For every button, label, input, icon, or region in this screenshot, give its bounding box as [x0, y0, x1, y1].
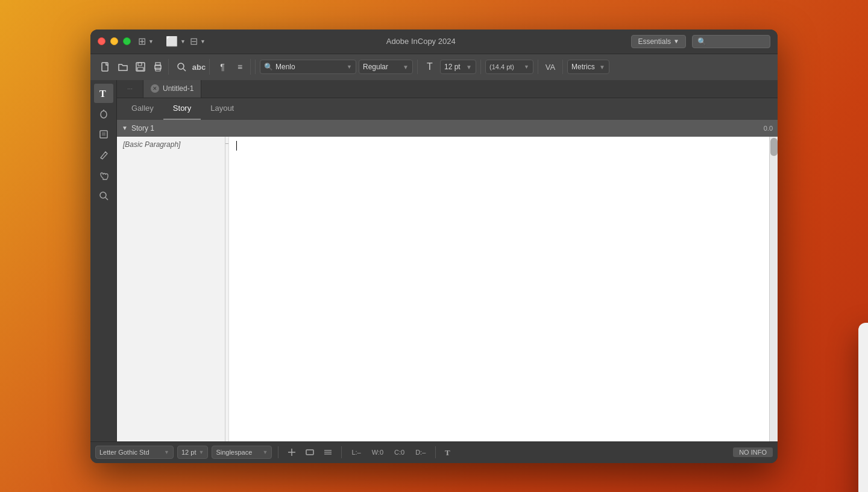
essentials-label: Essentials: [638, 37, 671, 46]
titlebar-right: Essentials ▼ 🔍: [631, 35, 770, 48]
zoom-tool[interactable]: [94, 186, 113, 205]
tab-galley[interactable]: Galley: [122, 98, 163, 120]
editor-area: ··· ✕ Untitled-1 Galley Story Layout: [117, 80, 778, 441]
status-size-value: 12 pt: [181, 449, 196, 456]
tab-story-label: Story: [173, 104, 191, 113]
svg-line-17: [105, 198, 108, 200]
svg-text:T: T: [445, 448, 450, 457]
hand-tool[interactable]: [94, 166, 113, 185]
svg-line-8: [183, 69, 186, 71]
notes-tool[interactable]: [94, 125, 113, 144]
toolbar-group-search: abc: [171, 59, 210, 75]
status-pos-d: D:–: [412, 449, 429, 456]
close-button[interactable]: [98, 37, 105, 45]
window-title: Adobe InCopy 2024: [210, 37, 631, 46]
toolbar-sep-1: [255, 60, 256, 74]
status-pos-w: W:0: [368, 449, 387, 456]
font-search-field[interactable]: 🔍 Menlo ▼: [260, 60, 356, 74]
print-button[interactable]: [150, 59, 166, 75]
search-box[interactable]: 🔍: [692, 35, 770, 48]
tab-layout[interactable]: Layout: [201, 98, 244, 120]
font-size-icon: T: [422, 59, 438, 75]
svg-point-10: [101, 111, 107, 118]
toolbar-sep-3: [480, 60, 481, 74]
open-button[interactable]: [115, 59, 131, 75]
doc-tab-close[interactable]: ✕: [151, 84, 159, 93]
status-view-icon[interactable]: [303, 446, 317, 459]
maximize-button[interactable]: [123, 37, 131, 45]
layout-arrow: ▼: [180, 39, 186, 45]
status-icon-a[interactable]: [285, 446, 299, 459]
font-style-value: Regular: [363, 63, 388, 71]
text-tool[interactable]: T: [94, 84, 113, 103]
status-font-arrow: ▼: [164, 449, 169, 455]
hand-tool-alt[interactable]: [94, 104, 113, 123]
doc-tab-untitled[interactable]: ✕ Untitled-1: [143, 80, 201, 98]
para-style-panel: [Basic Paragraph]: [117, 137, 225, 441]
font-size-select[interactable]: 12 pt ▼: [440, 60, 476, 74]
story-triangle-icon: ▼: [122, 125, 128, 131]
titlebar: ⊞ ▼ ⬜ ▼ ⊟ ▼ Adobe InCopy 2024 Essentials…: [90, 30, 778, 54]
story-ruler-value: 0.0: [764, 125, 773, 132]
svg-point-7: [178, 63, 184, 69]
pencil-tool[interactable]: [94, 145, 113, 164]
panels-arrow: ▼: [200, 39, 206, 45]
scrollbar-thumb[interactable]: [770, 138, 778, 156]
font-style-select[interactable]: Regular ▼: [359, 60, 413, 74]
leading-field[interactable]: (14.4 pt) ▼: [485, 60, 533, 74]
align-button[interactable]: ≡: [232, 59, 248, 75]
kerning-arrow: ▼: [599, 64, 605, 70]
font-search-icon: 🔍: [264, 63, 273, 71]
svg-rect-20: [306, 450, 313, 455]
tab-story[interactable]: Story: [163, 98, 201, 120]
svg-point-16: [100, 192, 106, 198]
status-spacing-arrow: ▼: [262, 449, 268, 455]
paragraph-style: [Basic Paragraph]: [121, 139, 221, 150]
toolbar-group-para: ¶ ≡: [212, 59, 251, 75]
status-layout-icon[interactable]: [321, 446, 335, 459]
kerning-select[interactable]: Metrics ▼: [567, 60, 609, 74]
view-mode-icon[interactable]: ⊞: [138, 36, 146, 47]
status-noinfo: NO INFO: [733, 447, 773, 457]
status-size-arrow: ▼: [198, 449, 204, 455]
new-document-button[interactable]: [98, 59, 113, 75]
status-divider-2: [341, 446, 342, 458]
para-marks-button[interactable]: ¶: [215, 59, 230, 75]
leading-arrow: ▼: [524, 64, 529, 70]
cursor-line: [236, 140, 762, 151]
status-size-select[interactable]: 12 pt ▼: [177, 446, 208, 459]
content-area: T ··· ✕ Unt: [90, 80, 778, 441]
statusbar: Letter Gothic Std ▼ 12 pt ▼ Singlespace …: [90, 441, 778, 463]
svg-text:T: T: [99, 89, 106, 99]
scrollbar-right[interactable]: [769, 137, 778, 441]
font-name-value: Menlo: [275, 63, 295, 71]
save-button[interactable]: [133, 59, 148, 75]
search-icon: 🔍: [697, 37, 706, 46]
status-font-select[interactable]: Letter Gothic Std ▼: [95, 446, 174, 459]
essentials-button[interactable]: Essentials ▼: [631, 35, 686, 48]
font-style-arrow: ▼: [403, 64, 409, 70]
spellcheck-button[interactable]: abc: [191, 59, 207, 75]
font-name-arrow: ▼: [347, 64, 352, 70]
status-spacing-select[interactable]: Singlespace ▼: [212, 446, 272, 459]
font-size-value: 12 pt: [444, 63, 461, 71]
panels-icon[interactable]: ⊟: [190, 36, 198, 47]
status-type-icon[interactable]: T: [442, 446, 456, 459]
story-bar-name: Story 1: [131, 124, 154, 132]
toolbar-sep-4: [538, 60, 538, 74]
svg-line-15: [101, 158, 102, 159]
minimize-button[interactable]: [110, 37, 118, 45]
status-pos-l: L:–: [348, 449, 364, 456]
traffic-lights: [98, 37, 131, 45]
essentials-arrow: ▼: [673, 38, 679, 45]
text-editor[interactable]: [229, 137, 769, 441]
svg-rect-12: [100, 131, 107, 138]
doc-tab-name: Untitled-1: [163, 84, 193, 93]
tab-bar: ··· ✕ Untitled-1: [117, 80, 778, 98]
kerning-value: Metrics: [571, 63, 595, 71]
editor-content: [Basic Paragraph] –: [117, 137, 778, 441]
find-button[interactable]: [174, 59, 189, 75]
layout-icon[interactable]: ⬜: [166, 36, 178, 47]
story-bar: ▼ Story 1 0.0: [117, 120, 778, 137]
tab-layout-label: Layout: [210, 104, 234, 113]
